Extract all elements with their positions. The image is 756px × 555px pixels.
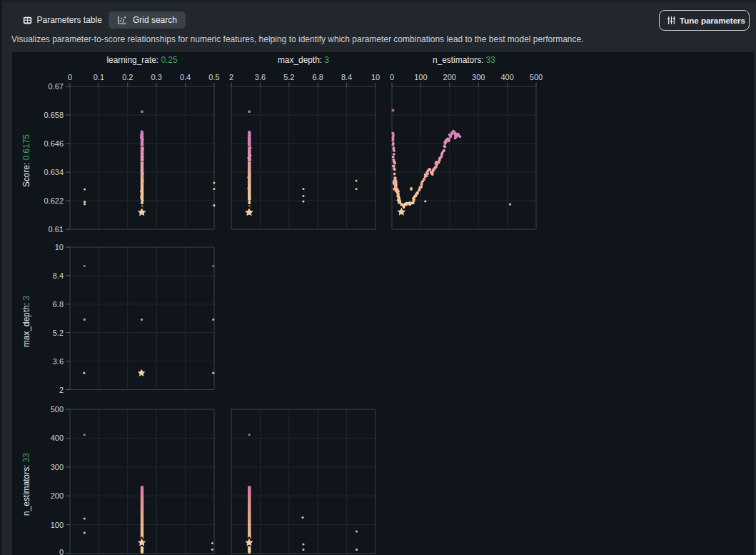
svg-text:300: 300 <box>472 73 485 81</box>
svg-text:n_estimators: 33: n_estimators: 33 <box>21 453 31 516</box>
svg-text:6.8: 6.8 <box>313 73 323 81</box>
svg-text:100: 100 <box>51 521 64 529</box>
svg-text:Score: 0.6175: Score: 0.6175 <box>21 134 31 187</box>
svg-text:0.658: 0.658 <box>44 111 64 119</box>
svg-text:max_depth: 3: max_depth: 3 <box>21 296 31 347</box>
svg-text:400: 400 <box>500 73 513 81</box>
svg-text:learning_rate: 0.25: learning_rate: 0.25 <box>106 55 178 65</box>
svg-text:3.6: 3.6 <box>53 357 64 366</box>
svg-text:0.67: 0.67 <box>49 82 64 91</box>
svg-text:6.8: 6.8 <box>53 300 64 309</box>
svg-text:2: 2 <box>59 386 64 394</box>
svg-text:0.2: 0.2 <box>122 73 133 81</box>
svg-text:5.2: 5.2 <box>283 73 294 81</box>
svg-text:2: 2 <box>229 73 233 81</box>
svg-text:0.4: 0.4 <box>180 73 191 81</box>
svg-text:5.2: 5.2 <box>53 329 64 337</box>
svg-text:200: 200 <box>51 491 64 500</box>
svg-text:500: 500 <box>530 73 543 81</box>
svg-text:n_estimators: 33: n_estimators: 33 <box>433 55 495 65</box>
svg-text:0.1: 0.1 <box>94 73 104 81</box>
svg-text:500: 500 <box>51 405 64 414</box>
svg-text:100: 100 <box>414 73 427 81</box>
svg-text:max_depth: 3: max_depth: 3 <box>278 55 329 65</box>
svg-text:0.3: 0.3 <box>151 73 162 81</box>
svg-text:0.5: 0.5 <box>208 73 219 81</box>
svg-text:8.4: 8.4 <box>341 73 352 81</box>
svg-text:0.622: 0.622 <box>44 196 64 205</box>
svg-text:10: 10 <box>371 73 380 81</box>
svg-text:0.61: 0.61 <box>49 225 64 234</box>
svg-text:300: 300 <box>51 463 64 471</box>
svg-text:0: 0 <box>390 73 394 81</box>
svg-text:0: 0 <box>59 548 64 555</box>
svg-text:0: 0 <box>68 73 72 81</box>
svg-text:0.634: 0.634 <box>44 168 64 176</box>
svg-text:400: 400 <box>51 434 64 442</box>
svg-text:3.6: 3.6 <box>255 73 266 81</box>
svg-text:10: 10 <box>55 243 64 251</box>
svg-text:8.4: 8.4 <box>53 271 64 280</box>
svg-text:0.646: 0.646 <box>44 139 64 148</box>
svg-text:200: 200 <box>443 73 456 81</box>
